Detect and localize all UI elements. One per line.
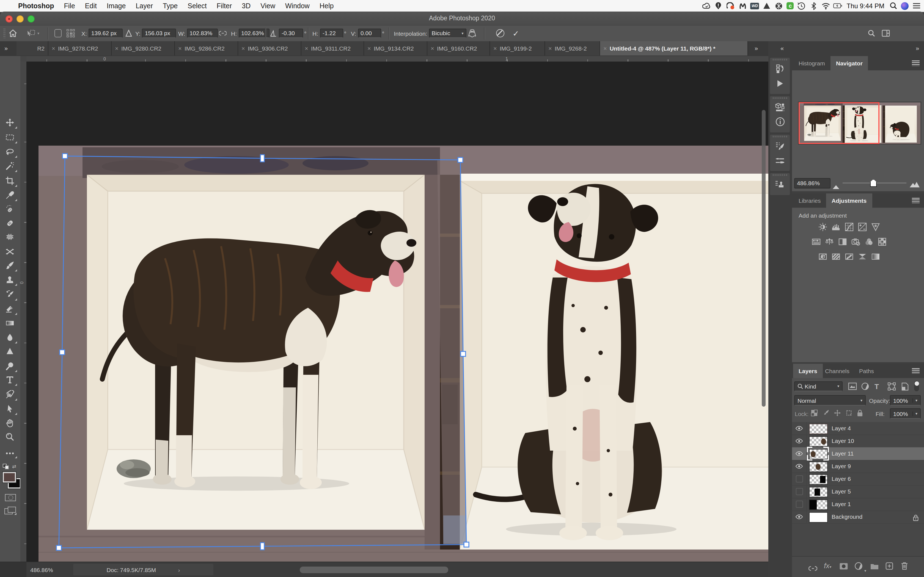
wd-icon[interactable]: WD: [751, 2, 759, 9]
doc-tab[interactable]: ×IMG_9306.CR2: [238, 41, 301, 55]
tab-libraries[interactable]: Libraries: [793, 193, 826, 208]
layer-thumbnail[interactable]: [809, 424, 828, 434]
status-doc-size[interactable]: Doc: 749.5K/7.85M›: [73, 564, 213, 575]
height-field[interactable]: 102.63%: [238, 29, 269, 38]
history-panel-icon[interactable]: [770, 61, 790, 76]
doc-tab[interactable]: ×IMG_9280.CR2: [111, 41, 175, 55]
eraser-tool[interactable]: [5, 305, 15, 314]
visibility-eye-icon[interactable]: [792, 511, 807, 523]
delete-layer-button[interactable]: [901, 562, 908, 572]
lock-all-icon[interactable]: [857, 409, 864, 417]
filter-type-layers-icon[interactable]: T: [874, 382, 879, 391]
channel-mixer-icon[interactable]: [864, 237, 873, 246]
cancel-transform-button[interactable]: [496, 29, 504, 38]
doc-tab-partial[interactable]: R2: [16, 41, 48, 55]
new-group-button[interactable]: [870, 562, 879, 572]
visibility-eye-icon[interactable]: [792, 422, 807, 435]
layer-name[interactable]: Layer 5: [832, 488, 851, 495]
collapse-panels-chevron[interactable]: »: [916, 45, 918, 52]
rotation-angle-field[interactable]: -0.30: [279, 29, 303, 38]
tab-layers[interactable]: Layers: [793, 364, 823, 378]
layer-row[interactable]: Layer 9: [792, 460, 924, 473]
layer-name[interactable]: Layer 4: [832, 425, 851, 431]
blend-mode-dropdown[interactable]: Normal▾: [794, 395, 866, 406]
menu-photoshop[interactable]: Photoshop: [13, 2, 59, 10]
visibility-eye-icon[interactable]: [792, 447, 807, 460]
zoom-tool[interactable]: [5, 432, 15, 442]
pen-tool[interactable]: [5, 390, 15, 400]
zoom-in-icon[interactable]: [910, 180, 919, 190]
doc-tab-active[interactable]: ×Untitled-4 @ 487% (Layer 11, RGB/8*) *: [600, 41, 748, 55]
brush-settings-panel-icon[interactable]: [770, 138, 790, 153]
filter-smart-objects-icon[interactable]: [901, 382, 909, 393]
layer-thumbnail[interactable]: [809, 436, 828, 447]
layer-row[interactable]: Layer 10: [792, 435, 924, 448]
add-layer-mask-button[interactable]: [839, 562, 848, 572]
healing-brush-tool[interactable]: [5, 219, 15, 228]
wifi-icon[interactable]: [821, 2, 830, 10]
menu-edit[interactable]: Edit: [80, 2, 102, 10]
new-adjustment-layer-button[interactable]: ▾: [855, 562, 863, 572]
brush-tool[interactable]: [5, 261, 15, 270]
black-white-icon[interactable]: [838, 237, 847, 246]
dodge-tool[interactable]: [5, 362, 15, 371]
tab-histogram[interactable]: Histogram: [793, 56, 830, 70]
toolbar-collapse-chevron[interactable]: »: [5, 45, 6, 52]
visibility-eye-icon[interactable]: [792, 460, 807, 472]
opacity-field[interactable]: 100%▾: [890, 395, 921, 406]
clone-stamp-tool[interactable]: [5, 275, 15, 285]
visibility-eye-icon[interactable]: [792, 435, 807, 447]
close-tab-icon[interactable]: ×: [178, 45, 182, 52]
layer-thumbnail[interactable]: [809, 449, 828, 459]
link-dimensions-toggle[interactable]: [219, 29, 226, 38]
curves-icon[interactable]: [845, 222, 854, 231]
menu-bar-clock[interactable]: Thu 9:44 PM: [846, 2, 885, 10]
fill-field[interactable]: 100%▾: [890, 408, 921, 419]
bluetooth-icon[interactable]: [809, 2, 818, 10]
y-position-field[interactable]: 156.03 px: [142, 29, 176, 38]
actions-panel-icon[interactable]: [770, 76, 790, 91]
tab-overflow-chevron[interactable]: »: [754, 45, 757, 52]
new-layer-button[interactable]: [885, 562, 893, 572]
navigator-proxy-view-box[interactable]: [799, 102, 879, 144]
crop-tool[interactable]: [5, 176, 15, 186]
tab-navigator[interactable]: Navigator: [830, 56, 868, 70]
reference-point-locator[interactable]: [66, 29, 75, 38]
spotlight-search-icon[interactable]: [889, 2, 898, 10]
close-tab-icon[interactable]: ×: [52, 45, 55, 52]
move-tool[interactable]: [5, 118, 15, 127]
workspace-switcher-icon[interactable]: [882, 29, 890, 38]
warp-mode-toggle[interactable]: [467, 29, 477, 38]
layer-row[interactable]: Layer 6: [792, 472, 924, 486]
notify-dot-icon[interactable]: [726, 2, 735, 10]
layer-row-background[interactable]: Background: [792, 511, 924, 524]
horizontal-skew-field[interactable]: -1.22: [320, 29, 343, 38]
ruler-corner[interactable]: [20, 56, 27, 62]
commit-transform-button[interactable]: ✓: [513, 29, 519, 38]
brightness-contrast-icon[interactable]: [818, 222, 827, 231]
doc-tab[interactable]: ×IMG_9286.CR2: [175, 41, 238, 55]
history-brush-tool[interactable]: [5, 290, 15, 300]
layer-thumbnail[interactable]: [809, 500, 828, 510]
invert-icon[interactable]: [818, 252, 827, 261]
horizontal-ruler[interactable]: 0 1: [26, 56, 768, 62]
x-position-field[interactable]: 139.62 px: [89, 29, 123, 38]
sharpen-tool[interactable]: [5, 347, 15, 356]
layer-row[interactable]: Layer 1: [792, 498, 924, 511]
lock-artboard-icon[interactable]: [845, 409, 853, 417]
menu-filter[interactable]: Filter: [212, 2, 237, 10]
color-balance-icon[interactable]: [825, 237, 834, 246]
status-zoom-level[interactable]: 486.86%: [30, 567, 53, 573]
levels-icon[interactable]: [832, 222, 840, 231]
doc-tab[interactable]: ×IMG_9311.CR2: [301, 41, 364, 55]
lock-pixels-icon[interactable]: [822, 409, 830, 417]
crashplan-icon[interactable]: c: [787, 2, 794, 9]
navigator-preview[interactable]: [799, 102, 921, 144]
type-tool[interactable]: [5, 376, 15, 385]
tab-channels[interactable]: Channels: [819, 364, 855, 378]
home-button[interactable]: [9, 29, 17, 38]
close-tab-icon[interactable]: ×: [548, 45, 552, 52]
pinwheel-icon[interactable]: [775, 2, 783, 10]
doc-tab[interactable]: ×IMG_9278.CR2: [48, 41, 111, 55]
menu-help[interactable]: Help: [315, 2, 339, 10]
